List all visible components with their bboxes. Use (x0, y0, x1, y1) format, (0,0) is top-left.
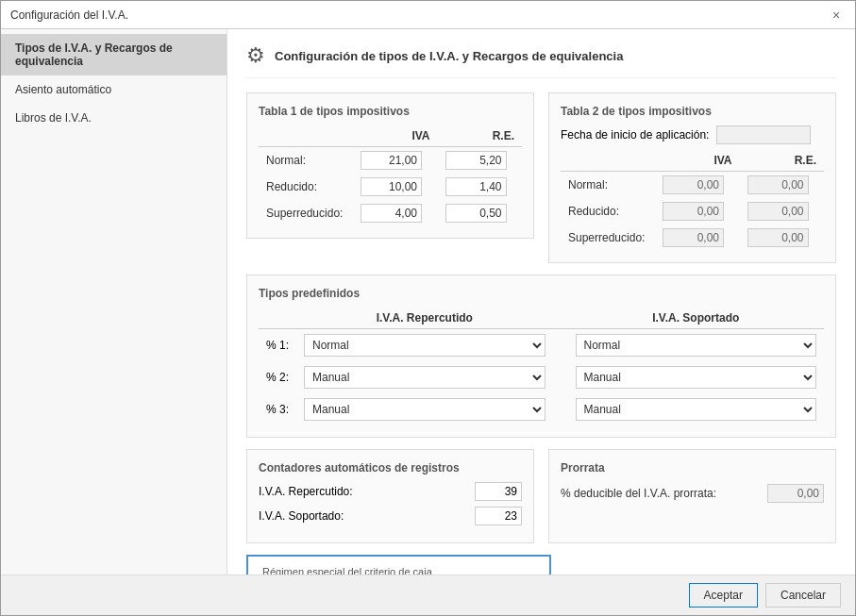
counter-soportado-row: I.V.A. Soportado: (259, 507, 522, 525)
tabla2-title: Tabla 2 de tipos impositivos (561, 105, 824, 118)
tabla1-superreducido-label: Superreducido: (259, 200, 353, 226)
prorrata-title: Prorrata (561, 461, 824, 474)
counter-title: Contadores automáticos de registros (259, 461, 522, 474)
tabla2-normal-iva[interactable] (663, 175, 724, 194)
tabla2-superreducido-label: Superreducido: (561, 225, 655, 251)
tabla1-col: Tabla 1 de tipos impositivos IVA R.E. (246, 92, 534, 275)
tabla1-col-re: R.E. (438, 125, 523, 147)
prorrata-section: Prorrata % deducible del I.V.A. prorrata… (548, 449, 836, 543)
close-button[interactable]: × (827, 6, 846, 25)
pred-row3-repercutido[interactable]: Normal Reducido Superreducido Manual (304, 398, 545, 421)
fecha-input[interactable] (716, 125, 811, 144)
tabla1-reducido-re[interactable] (445, 177, 507, 196)
sidebar-item-asiento[interactable]: Asiento automático (1, 75, 227, 104)
table-row: Normal: (259, 147, 522, 175)
tabla2-superreducido-re[interactable] (747, 228, 809, 247)
table-row: % 2: Normal Reducido Superreducido Manua… (259, 361, 824, 393)
recc-section: Régimen especial del criterio de caja Em… (246, 555, 551, 574)
table-row: Reducido: (259, 174, 522, 200)
table-row: Reducido: (561, 198, 824, 225)
pred-row3-soportado[interactable]: Normal Reducido Superreducido Manual (576, 398, 817, 421)
tabla2-reducido-label: Reducido: (561, 198, 655, 225)
tabla1-normal-re[interactable] (445, 151, 507, 170)
footer-actions: Activar en clientes Desactivar en client… (565, 555, 836, 574)
bottom-sections: Contadores automáticos de registros I.V.… (246, 449, 836, 543)
table-row: % 1: Normal Reducido Superreducido Manua… (259, 329, 824, 362)
table-row: Superreducido: (561, 225, 824, 251)
tabla2-superreducido-iva[interactable] (663, 228, 724, 247)
tables-row: Tabla 1 de tipos impositivos IVA R.E. (246, 92, 836, 275)
tabla1-reducido-label: Reducido: (259, 174, 353, 200)
counter-soportado-label: I.V.A. Soportado: (259, 509, 344, 523)
panel-title: Configuración de tipos de I.V.A. y Recar… (275, 49, 623, 63)
sidebar: Tipos de I.V.A. y Recargos de equivalenc… (1, 29, 227, 574)
counter-soportado-input[interactable] (475, 507, 522, 525)
pred-row2-soportado[interactable]: Normal Reducido Superreducido Manual (576, 366, 817, 389)
bottom-bar: Aceptar Cancelar (1, 574, 855, 615)
tabla1-superreducido-iva[interactable] (361, 204, 422, 223)
pred-row2-repercutido[interactable]: Normal Reducido Superreducido Manual (304, 366, 545, 389)
tabla2-reducido-iva[interactable] (663, 202, 724, 221)
tabla1-title: Tabla 1 de tipos impositivos (259, 105, 522, 118)
table-row: % 3: Normal Reducido Superreducido Manua… (259, 393, 824, 425)
tabla2-reducido-re[interactable] (747, 202, 809, 221)
pred-row2-label: % 2: (259, 361, 296, 393)
tabla2-normal-label: Normal: (561, 172, 655, 199)
tabla1-reducido-iva[interactable] (361, 177, 422, 196)
prorrata-input[interactable] (767, 484, 824, 503)
counter-repercutido-input[interactable] (475, 482, 522, 501)
tabla1-section: Tabla 1 de tipos impositivos IVA R.E. (246, 92, 534, 239)
table-row: Normal: (561, 172, 824, 199)
tabla1-col-iva: IVA (353, 125, 438, 147)
sidebar-item-tipos-iva[interactable]: Tipos de I.V.A. y Recargos de equivalenc… (1, 34, 227, 75)
counter-repercutido-row: I.V.A. Repercutido: (259, 482, 522, 501)
recc-footer-row: Régimen especial del criterio de caja Em… (246, 555, 836, 574)
tabla1-normal-iva[interactable] (361, 151, 422, 170)
fecha-label: Fecha de inicio de aplicación: (561, 128, 709, 142)
tabla2-table: IVA R.E. Normal: (561, 150, 824, 251)
tabla2-col-re: R.E. (740, 150, 825, 172)
predefined-table: I.V.A. Repercutido I.V.A. Soportado % 1:… (259, 308, 824, 425)
counter-section: Contadores automáticos de registros I.V.… (246, 449, 534, 543)
main-panel: ⚙ Configuración de tipos de I.V.A. y Rec… (227, 29, 855, 574)
predefined-section: Tipos predefinidos I.V.A. Repercutido I.… (246, 275, 836, 438)
panel-header: ⚙ Configuración de tipos de I.V.A. y Rec… (246, 43, 836, 78)
window-title: Configuración del I.V.A. (10, 8, 128, 22)
prorrata-label: % deducible del I.V.A. prorrata: (561, 487, 760, 500)
col-repercutido: I.V.A. Repercutido (296, 308, 553, 329)
aceptar-button[interactable]: Aceptar (689, 583, 758, 608)
tabla2-col-iva: IVA (655, 150, 740, 172)
sidebar-item-libros[interactable]: Libros de I.V.A. (1, 104, 227, 132)
pred-row1-label: % 1: (259, 329, 296, 362)
gear-icon: ⚙ (246, 43, 265, 68)
pred-row1-repercutido[interactable]: Normal Reducido Superreducido Manual (304, 334, 545, 357)
window-content: Tipos de I.V.A. y Recargos de equivalenc… (1, 29, 855, 574)
prorrata-row: % deducible del I.V.A. prorrata: (561, 484, 824, 503)
col-soportado: I.V.A. Soportado (568, 308, 825, 329)
tabla1-table: IVA R.E. Normal: (259, 125, 522, 226)
tabla2-section: Tabla 2 de tipos impositivos Fecha de in… (548, 92, 836, 263)
predefined-title: Tipos predefinidos (259, 287, 824, 300)
counter-repercutido-label: I.V.A. Repercutido: (259, 485, 353, 498)
tabla2-normal-re[interactable] (747, 175, 809, 194)
main-window: Configuración del I.V.A. × Tipos de I.V.… (0, 0, 856, 616)
tabla1-normal-label: Normal: (259, 147, 353, 175)
table-row: Superreducido: (259, 200, 522, 226)
pred-row1-soportado[interactable]: Normal Reducido Superreducido Manual (576, 334, 817, 357)
title-bar: Configuración del I.V.A. × (1, 1, 855, 29)
cancelar-button[interactable]: Cancelar (765, 583, 841, 608)
recc-col: Régimen especial del criterio de caja Em… (246, 555, 551, 574)
recc-title: Régimen especial del criterio de caja (262, 566, 535, 574)
pred-row3-label: % 3: (259, 393, 296, 425)
tabla2-col: Tabla 2 de tipos impositivos Fecha de in… (548, 92, 836, 275)
tabla1-superreducido-re[interactable] (445, 204, 507, 223)
